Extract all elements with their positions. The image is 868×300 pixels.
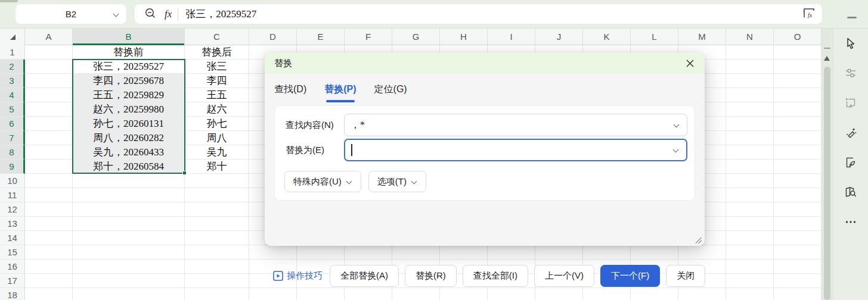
cell-C7[interactable]: 周八 xyxy=(185,131,249,145)
cell-L18[interactable] xyxy=(631,288,678,300)
cell-C15[interactable] xyxy=(185,245,249,260)
cell-O7[interactable] xyxy=(774,131,822,145)
cell-C6[interactable]: 孙七 xyxy=(185,117,249,131)
cell-O1[interactable] xyxy=(774,45,822,60)
cell-O15[interactable] xyxy=(774,245,822,260)
cell-C11[interactable] xyxy=(185,188,249,202)
cell-C9[interactable]: 郑十 xyxy=(185,160,249,174)
cell-N15[interactable] xyxy=(726,245,774,260)
cell-E15[interactable] xyxy=(297,245,345,260)
cell-B11[interactable] xyxy=(73,188,185,202)
column-header-O[interactable]: O xyxy=(774,29,822,45)
cell-E18[interactable] xyxy=(297,288,345,300)
cell-M18[interactable] xyxy=(678,288,726,300)
cell-K15[interactable] xyxy=(583,245,631,260)
cell-A9[interactable] xyxy=(25,160,73,174)
column-header-B[interactable]: B xyxy=(73,29,185,45)
row-header-11[interactable]: 11 xyxy=(0,188,25,202)
cell-B18[interactable] xyxy=(73,288,185,300)
cell-N1[interactable] xyxy=(726,45,774,60)
cell-O4[interactable] xyxy=(774,88,822,102)
cell-A5[interactable] xyxy=(25,102,73,117)
cell-C13[interactable] xyxy=(185,217,249,231)
column-header-F[interactable]: F xyxy=(345,29,392,45)
minimize-icon[interactable] xyxy=(847,17,857,18)
row-header-16[interactable]: 16 xyxy=(0,260,25,274)
cell-N9[interactable] xyxy=(726,160,774,174)
options-button[interactable]: 选项(T) xyxy=(368,171,426,192)
replace-combobox[interactable] xyxy=(344,139,687,161)
cell-C5[interactable]: 赵六 xyxy=(185,102,249,117)
button-全部替换(A)[interactable]: 全部替换(A) xyxy=(330,265,399,287)
cell-N11[interactable] xyxy=(726,188,774,202)
cell-B15[interactable] xyxy=(73,245,185,260)
column-header-G[interactable]: G xyxy=(392,29,440,45)
cell-B5[interactable]: 赵六，20259980 xyxy=(73,102,185,117)
column-header-K[interactable]: K xyxy=(583,29,631,45)
cell-B1[interactable]: 替换前 xyxy=(73,45,185,60)
cell-D18[interactable] xyxy=(249,288,297,300)
magic-wand-icon[interactable] xyxy=(843,125,858,140)
cell-D15[interactable] xyxy=(249,245,297,260)
column-header-A[interactable]: A xyxy=(25,29,73,45)
tab-定位(G)[interactable]: 定位(G) xyxy=(374,83,407,102)
cell-A10[interactable] xyxy=(25,174,73,188)
cell-A17[interactable] xyxy=(25,274,73,288)
cell-A11[interactable] xyxy=(25,188,73,202)
cell-N13[interactable] xyxy=(726,217,774,231)
cell-N14[interactable] xyxy=(726,231,774,245)
button-替换(R)[interactable]: 替换(R) xyxy=(405,265,457,287)
split-handle[interactable] xyxy=(824,48,830,49)
select-all-corner[interactable] xyxy=(0,29,25,45)
cell-C1[interactable]: 替换后 xyxy=(185,45,249,60)
expand-formula-bar-icon[interactable]: fx xyxy=(802,7,816,22)
cell-A8[interactable] xyxy=(25,145,73,160)
cell-N8[interactable] xyxy=(726,145,774,160)
cell-O16[interactable] xyxy=(774,260,822,274)
column-header-N[interactable]: N xyxy=(726,29,774,45)
cell-C4[interactable]: 王五 xyxy=(185,88,249,102)
cell-A15[interactable] xyxy=(25,245,73,260)
cell-O9[interactable] xyxy=(774,160,822,174)
column-header-I[interactable]: I xyxy=(488,29,535,45)
row-header-8[interactable]: 8 xyxy=(0,145,25,160)
column-header-H[interactable]: H xyxy=(440,29,488,45)
cell-C16[interactable] xyxy=(185,260,249,274)
cell-O2[interactable] xyxy=(774,60,822,74)
button-查找全部(I)[interactable]: 查找全部(I) xyxy=(463,265,528,287)
cell-C8[interactable]: 吴九 xyxy=(185,145,249,160)
cell-L15[interactable] xyxy=(631,245,678,260)
cell-A14[interactable] xyxy=(25,231,73,245)
cell-N18[interactable] xyxy=(726,288,774,300)
cell-N6[interactable] xyxy=(726,117,774,131)
cell-B12[interactable] xyxy=(73,202,185,217)
chevron-down-icon[interactable] xyxy=(673,147,679,153)
cell-C14[interactable] xyxy=(185,231,249,245)
cell-C17[interactable] xyxy=(185,274,249,288)
row-header-15[interactable]: 15 xyxy=(0,245,25,260)
cell-H15[interactable] xyxy=(440,245,488,260)
column-header-J[interactable]: J xyxy=(535,29,583,45)
cell-N12[interactable] xyxy=(726,202,774,217)
cell-G15[interactable] xyxy=(392,245,440,260)
cell-O17[interactable] xyxy=(774,274,822,288)
cell-O10[interactable] xyxy=(774,174,822,188)
cell-B14[interactable] xyxy=(73,231,185,245)
cell-N17[interactable] xyxy=(726,274,774,288)
tab-替换(P)[interactable]: 替换(P) xyxy=(324,83,356,102)
cell-C3[interactable]: 李四 xyxy=(185,74,249,88)
name-box[interactable]: B2 xyxy=(15,4,127,24)
column-header-E[interactable]: E xyxy=(297,29,345,45)
cell-M15[interactable] xyxy=(678,245,726,260)
tab-查找(D)[interactable]: 查找(D) xyxy=(274,83,306,102)
cell-B13[interactable] xyxy=(73,217,185,231)
cell-B16[interactable] xyxy=(73,260,185,274)
scroll-up-icon[interactable] xyxy=(824,56,830,61)
row-header-18[interactable]: 18 xyxy=(0,288,25,300)
cell-F15[interactable] xyxy=(345,245,392,260)
row-header-14[interactable]: 14 xyxy=(0,231,25,245)
row-header-9[interactable]: 9 xyxy=(0,160,25,174)
cell-B6[interactable]: 孙七，20260131 xyxy=(73,117,185,131)
cell-G18[interactable] xyxy=(392,288,440,300)
vertical-scrollbar[interactable] xyxy=(822,29,833,300)
